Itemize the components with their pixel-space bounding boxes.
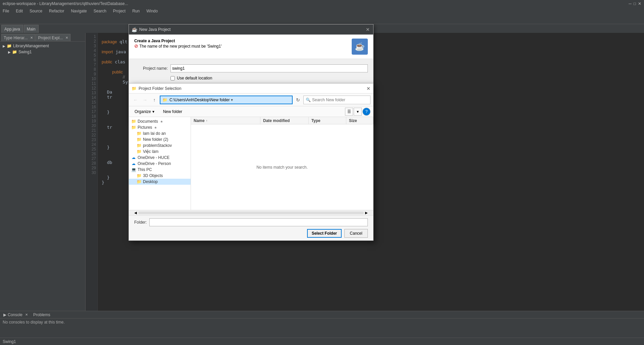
menu-navigate[interactable]: Navigate [69, 8, 88, 14]
eclipse-menubar: File Edit Source Refactor Navigate Searc… [0, 7, 644, 15]
folder-blue-icon: 📁 [136, 179, 142, 184]
col-name-label: Name [194, 118, 205, 123]
folder-hscroll[interactable]: ◀ ▶ [129, 210, 373, 215]
address-text: C:\Users\Anh\Desktop\New folder [169, 98, 230, 102]
col-date-label: Date modified [263, 118, 290, 123]
close-icon[interactable]: ✕ [30, 36, 33, 40]
java-project-dialog-icon: ☕ [132, 27, 137, 32]
scroll-left-btn[interactable]: ◀ [134, 211, 137, 215]
menu-run[interactable]: Run [131, 8, 141, 14]
help-button[interactable]: ? [362, 108, 370, 116]
menu-refactor[interactable]: Refactor [48, 8, 65, 14]
search-input[interactable] [312, 98, 368, 102]
project-name-input[interactable] [170, 64, 368, 72]
folder-footer-input-row: Folder: [134, 218, 368, 226]
dialog-titlebar-close[interactable]: ✕ [365, 27, 370, 32]
address-chevron: ▾ [231, 98, 233, 102]
folder-icon: 📁 [12, 50, 17, 54]
tree-item-library-management[interactable]: ▶ 📁 LibraryManagement [1, 43, 84, 49]
tree-problem-stackov[interactable]: 📁 problemStackov [129, 142, 191, 149]
sidebar-tabs: Type Hierar... ✕ Project Expl... ✕ [0, 33, 85, 42]
minimize-icon[interactable]: ─ [629, 1, 632, 6]
col-size-label: Size [349, 118, 357, 123]
folder-input[interactable] [149, 218, 368, 226]
tree-onedrive-person[interactable]: ☁ OneDrive - Person [129, 161, 191, 167]
menu-edit[interactable]: Edit [14, 8, 24, 14]
nav-refresh-button[interactable]: ↻ [294, 96, 302, 104]
col-type[interactable]: Type [309, 117, 346, 124]
close-icon[interactable]: ✕ [65, 36, 68, 40]
menu-search[interactable]: Search [92, 8, 108, 14]
tree-viec-lam[interactable]: 📁 Việc làm [129, 149, 191, 155]
tab-app-java-label: App.java [4, 27, 20, 32]
col-size[interactable]: Size [346, 117, 373, 124]
hscroll-track[interactable] [138, 212, 364, 214]
view-list-button[interactable]: ☰ [345, 108, 353, 116]
select-folder-button[interactable]: Select Folder [307, 229, 342, 238]
search-box: 🔍 [303, 96, 370, 104]
address-bar[interactable]: 📁 C:\Users\Anh\Desktop\New folder ▾ [160, 96, 293, 104]
close-icon[interactable]: ✕ [638, 1, 641, 6]
new-folder-button[interactable]: New folder [160, 108, 185, 116]
new-java-project-header: Create a Java Project ⊘ The name of the … [129, 35, 373, 59]
tree-desktop[interactable]: 📁 Desktop [129, 179, 191, 185]
scroll-right-btn[interactable]: ▶ [365, 211, 368, 215]
onedrive-icon: ☁ [131, 161, 136, 166]
folder-yellow-icon: 📁 [136, 149, 142, 154]
empty-message: No items match your search. [256, 165, 308, 170]
folder-nav-bar: ← → ↑ 📁 C:\Users\Anh\Desktop\New folder … [129, 94, 373, 106]
tree-documents-label: Documents [138, 119, 158, 124]
console-message: No consoles to display at this time. [3, 320, 65, 325]
col-type-label: Type [311, 118, 320, 123]
col-date-modified[interactable]: Date modified [260, 117, 309, 124]
tab-problems[interactable]: Problems [31, 312, 52, 318]
nav-up-button[interactable]: ↑ [150, 96, 158, 104]
tree-onedrive-person-label: OneDrive - Person [138, 161, 171, 166]
nav-back-button[interactable]: ← [132, 96, 140, 104]
tree-onedrive-huce-label: OneDrive - HUCE [138, 155, 169, 160]
line-numbers: 12345 678910 1112131415 1617181920 21222… [86, 33, 98, 311]
use-default-location-row: Use default location [170, 76, 368, 80]
menu-source[interactable]: Source [28, 8, 44, 14]
menu-file[interactable]: File [1, 8, 10, 14]
sidebar-tab-project-explorer[interactable]: Project Expl... ✕ [36, 34, 70, 41]
folder-icon: 📁 [7, 44, 12, 48]
error-message: ⊘ The name of the new project must be 'S… [134, 43, 348, 49]
organize-button[interactable]: Organize ▾ [132, 108, 157, 116]
tree-new-folder-2[interactable]: 📁 New folder (2) [129, 136, 191, 142]
tree-onedrive-huce[interactable]: ☁ OneDrive - HUCE [129, 155, 191, 161]
project-name-row: Project name: [134, 64, 368, 72]
menu-project[interactable]: Project [112, 8, 127, 14]
tree-documents[interactable]: 📁 Documents ★ [129, 118, 191, 124]
tree-item-swing1[interactable]: ▶ 📁 Swing1 [7, 49, 84, 55]
tab-main[interactable]: Main [24, 25, 39, 33]
pin-icon: ★ [160, 120, 163, 123]
eclipse-toolbar [0, 15, 644, 24]
folder-cancel-button[interactable]: Cancel [344, 229, 368, 238]
organize-label: Organize [135, 109, 151, 114]
menu-window[interactable]: Windo [145, 8, 159, 14]
project-name-label: Project name: [134, 66, 168, 71]
file-list-empty: No items match your search. [191, 124, 373, 210]
restore-icon[interactable]: □ [634, 1, 636, 6]
folder-dialog-titlebar: 📁 Project Folder Selection ✕ [129, 83, 373, 94]
folder-dialog-close[interactable]: ✕ [366, 86, 370, 91]
folder-dialog-icon: 📁 [132, 86, 137, 91]
nav-forward-button[interactable]: → [141, 96, 149, 104]
folder-path-icon: 📁 [162, 98, 167, 102]
tree-3d-objects[interactable]: 📁 3D Objects [129, 173, 191, 179]
tree-lam-lai-do-an[interactable]: 📁 lam lai do an [129, 130, 191, 136]
close-icon[interactable]: ✕ [25, 313, 28, 317]
view-details-button[interactable]: ▾ [354, 108, 362, 116]
tab-app-java[interactable]: App.java [1, 25, 23, 33]
tree-3d-objects-label: 3D Objects [143, 173, 163, 178]
sidebar-tab-type-hierarchy[interactable]: Type Hierar... ✕ [1, 34, 35, 41]
tree-pictures[interactable]: 📁 Pictures ★ [129, 124, 191, 130]
organize-chevron: ▾ [152, 109, 154, 114]
folder-selection-dialog: 📁 Project Folder Selection ✕ ← → ↑ 📁 C:\… [129, 83, 374, 241]
use-default-location-checkbox[interactable] [170, 76, 175, 80]
use-default-location-label: Use default location [177, 76, 212, 80]
tree-this-pc[interactable]: 💻 This PC [129, 167, 191, 173]
tab-console[interactable]: ▶ Console ✕ [1, 312, 30, 318]
col-name[interactable]: Name ↑ [191, 117, 260, 124]
